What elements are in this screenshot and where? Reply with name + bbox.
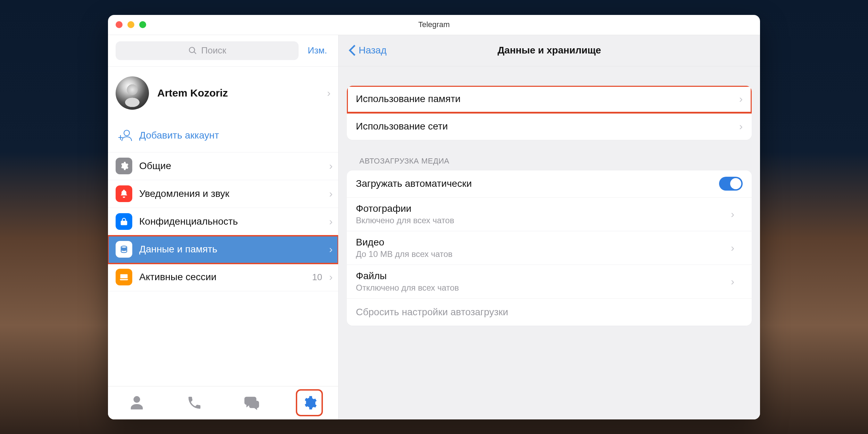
search-row: Поиск Изм.	[108, 35, 338, 67]
chevron-right-icon: ›	[329, 243, 333, 255]
chevron-right-icon: ›	[731, 242, 734, 254]
row-label: Сбросить настройки автозагрузки	[356, 307, 743, 318]
gear-icon	[116, 158, 132, 174]
titlebar: Telegram	[108, 15, 760, 35]
sidebar-item-label: Конфиденциальность	[139, 216, 322, 227]
row-files[interactable]: Файлы Отключено для всех чатов ›	[347, 265, 752, 299]
row-label: Видео	[356, 237, 384, 248]
sidebar-item-sessions[interactable]: Активные сессии 10 ›	[108, 264, 338, 291]
section-header-autodownload: АВТОЗАГРУЗКА МЕДИА	[347, 157, 752, 170]
add-user-icon	[118, 128, 132, 142]
tab-calls[interactable]	[182, 391, 207, 415]
chats-icon	[244, 395, 260, 411]
usage-card: Использование памяти › Использование сет…	[347, 86, 752, 140]
person-icon	[129, 395, 145, 411]
tab-settings[interactable]	[297, 391, 322, 415]
bell-icon	[116, 185, 132, 202]
sidebar: Поиск Изм. Artem Kozoriz › Добавить акка…	[108, 35, 339, 419]
row-label: Использование памяти	[356, 93, 739, 105]
row-subtitle: До 10 MB для всех чатов	[356, 249, 452, 259]
sidebar-item-general[interactable]: Общие ›	[108, 152, 338, 180]
window-body: Поиск Изм. Artem Kozoriz › Добавить акка…	[108, 35, 760, 419]
lock-icon	[116, 213, 132, 230]
window-title: Telegram	[108, 20, 760, 29]
sidebar-item-label: Активные сессии	[139, 272, 305, 283]
profile-row[interactable]: Artem Kozoriz ›	[108, 67, 338, 119]
page-title: Данные и хранилище	[339, 45, 760, 56]
chevron-right-icon: ›	[327, 87, 331, 99]
chevron-right-icon: ›	[739, 120, 743, 132]
chevron-right-icon: ›	[329, 271, 333, 283]
row-label: Фотографии	[356, 203, 411, 214]
main-panel: Назад Данные и хранилище Использование п…	[339, 35, 760, 419]
settings-list: Общие › Уведомления и звук › Конфиденциа…	[108, 152, 338, 386]
row-videos[interactable]: Видео До 10 MB для всех чатов ›	[347, 231, 752, 265]
edit-button[interactable]: Изм.	[304, 45, 331, 56]
storage-icon	[116, 241, 132, 258]
phone-icon	[186, 395, 202, 411]
toggle-switch[interactable]	[719, 177, 743, 191]
row-subtitle: Отключено для всех чатов	[356, 283, 459, 293]
chevron-right-icon: ›	[731, 208, 734, 220]
bottom-tabs	[108, 386, 338, 419]
add-account-label: Добавить аккаунт	[139, 130, 219, 141]
sidebar-item-label: Уведомления и звук	[139, 188, 322, 199]
tab-chats[interactable]	[240, 391, 264, 415]
search-input[interactable]: Поиск	[116, 41, 299, 60]
sidebar-item-label: Общие	[139, 160, 322, 172]
row-label: Использование сети	[356, 121, 739, 132]
sidebar-item-data-storage[interactable]: Данные и память ›	[108, 236, 338, 264]
chevron-right-icon: ›	[329, 188, 333, 200]
row-photos[interactable]: Фотографии Включено для всех чатов ›	[347, 198, 752, 231]
main-header: Назад Данные и хранилище	[339, 35, 760, 66]
app-window: Telegram Поиск Изм. Artem Kozoriz ›	[108, 15, 760, 419]
tab-contacts[interactable]	[125, 391, 149, 415]
row-label: Загружать автоматически	[356, 178, 719, 189]
row-auto-toggle[interactable]: Загружать автоматически	[347, 170, 752, 198]
main-scroll: Использование памяти › Использование сет…	[339, 66, 760, 419]
sidebar-item-privacy[interactable]: Конфиденциальность ›	[108, 208, 338, 236]
search-placeholder: Поиск	[201, 45, 226, 56]
search-icon	[188, 46, 197, 55]
sessions-count: 10	[312, 272, 322, 283]
row-label: Файлы	[356, 270, 387, 282]
autodownload-card: Загружать автоматически Фотографии Включ…	[347, 170, 752, 326]
sidebar-item-label: Данные и память	[139, 244, 322, 255]
gear-icon	[301, 395, 317, 411]
sidebar-item-notifications[interactable]: Уведомления и звук ›	[108, 180, 338, 208]
laptop-icon	[116, 269, 132, 285]
row-storage-usage[interactable]: Использование памяти ›	[347, 86, 752, 113]
chevron-right-icon: ›	[731, 276, 734, 287]
chevron-right-icon: ›	[739, 93, 743, 105]
row-subtitle: Включено для всех чатов	[356, 216, 454, 225]
row-reset-autodownload[interactable]: Сбросить настройки автозагрузки	[347, 299, 752, 326]
chevron-right-icon: ›	[329, 216, 333, 227]
add-account-button[interactable]: Добавить аккаунт	[108, 119, 338, 152]
svg-point-0	[124, 130, 130, 136]
chevron-right-icon: ›	[329, 160, 333, 172]
row-network-usage[interactable]: Использование сети ›	[347, 113, 752, 140]
profile-name: Artem Kozoriz	[157, 87, 228, 99]
avatar	[116, 76, 149, 110]
